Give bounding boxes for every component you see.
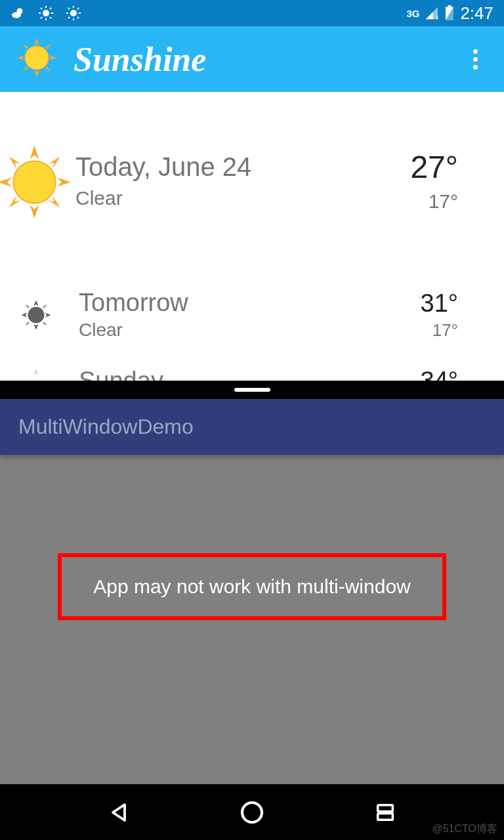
forecast-row-tomorrow[interactable]: Tomorrow Clear 31° 17° — [0, 269, 504, 360]
overflow-menu-button[interactable] — [462, 46, 488, 72]
svg-point-51 — [242, 803, 262, 822]
svg-marker-35 — [57, 178, 71, 187]
sun-icon — [38, 5, 54, 21]
svg-marker-46 — [26, 304, 31, 309]
svg-marker-37 — [48, 196, 60, 207]
svg-line-7 — [41, 8, 42, 9]
bottom-app-bar: MultiWindowDemo — [0, 399, 504, 455]
watermark-text: @51CTO博客 — [432, 822, 497, 836]
toast-message: App may not work with multi-window — [93, 576, 411, 597]
today-date: Today, June 24 — [75, 152, 410, 182]
today-high-temp: 27° — [410, 149, 458, 185]
svg-rect-53 — [377, 813, 392, 820]
status-time: 2:47 — [460, 3, 494, 24]
svg-point-2 — [43, 10, 49, 16]
forecast-row-sunday[interactable]: Sunday 34° — [0, 360, 504, 381]
weather-clear-icon — [13, 299, 59, 331]
today-low-temp: 17° — [410, 190, 458, 213]
bottom-app-title: MultiWindowDemo — [18, 415, 194, 439]
forecast-condition: Clear — [79, 320, 421, 341]
svg-line-8 — [50, 17, 51, 18]
svg-marker-43 — [33, 324, 39, 329]
svg-line-9 — [41, 17, 42, 18]
forecast-day-label: Tomorrow — [79, 289, 421, 317]
forecast-day-label: Sunday — [79, 367, 421, 381]
forecast-low-temp: 17° — [421, 320, 458, 341]
recents-button[interactable] — [371, 799, 399, 826]
forecast-high-temp: 34° — [421, 367, 458, 381]
svg-marker-36 — [9, 156, 20, 168]
svg-marker-50 — [33, 369, 39, 375]
bottom-app-window: MultiWindowDemo App may not work with mu… — [0, 399, 504, 784]
back-button[interactable] — [105, 799, 133, 826]
split-screen-divider[interactable] — [0, 381, 504, 399]
today-condition: Clear — [75, 187, 410, 209]
status-bar: 3G ! 2:47 — [0, 0, 504, 26]
svg-line-16 — [68, 8, 70, 9]
network-3g-icon: 3G — [406, 8, 419, 19]
app-sun-icon — [16, 37, 58, 81]
app-title: Sunshine — [74, 40, 206, 79]
svg-marker-33 — [30, 205, 39, 219]
svg-marker-25 — [17, 55, 25, 60]
cloud-sun-icon — [10, 5, 26, 21]
svg-marker-34 — [0, 178, 12, 187]
svg-point-40 — [13, 161, 55, 203]
svg-line-10 — [50, 8, 51, 9]
svg-marker-23 — [34, 38, 39, 46]
weather-sun-icon — [0, 144, 69, 217]
svg-marker-32 — [30, 146, 39, 159]
toast-highlight-box: App may not work with multi-window — [58, 553, 446, 620]
svg-point-31 — [25, 46, 49, 70]
today-forecast-card[interactable]: Today, June 24 Clear 27° 17° — [0, 92, 504, 269]
svg-rect-52 — [377, 805, 392, 811]
svg-marker-39 — [48, 156, 60, 168]
svg-point-1 — [12, 12, 21, 18]
svg-marker-26 — [49, 55, 56, 60]
signal-icon: ! — [425, 6, 439, 20]
svg-point-41 — [28, 306, 45, 323]
drag-handle-icon — [234, 388, 270, 392]
weather-clear-icon — [13, 367, 59, 380]
svg-marker-24 — [34, 70, 39, 77]
svg-line-19 — [77, 8, 79, 9]
navigation-bar — [0, 784, 504, 840]
svg-marker-47 — [42, 320, 47, 326]
svg-point-11 — [70, 10, 77, 16]
sun-icon — [66, 5, 81, 21]
home-button[interactable] — [238, 799, 266, 826]
forecast-high-temp: 31° — [421, 289, 458, 318]
svg-marker-38 — [9, 196, 20, 207]
svg-marker-42 — [33, 300, 39, 306]
svg-marker-49 — [42, 304, 47, 309]
forecast-list[interactable]: Today, June 24 Clear 27° 17° Tomorrow Cl… — [0, 92, 504, 381]
app-bar: Sunshine — [0, 26, 504, 92]
svg-marker-48 — [26, 320, 31, 326]
svg-marker-44 — [22, 312, 28, 318]
svg-line-17 — [77, 17, 79, 18]
svg-marker-45 — [45, 312, 51, 318]
battery-icon — [444, 5, 455, 21]
svg-rect-21 — [448, 5, 452, 7]
svg-text:!: ! — [436, 14, 438, 20]
svg-line-18 — [68, 17, 70, 18]
